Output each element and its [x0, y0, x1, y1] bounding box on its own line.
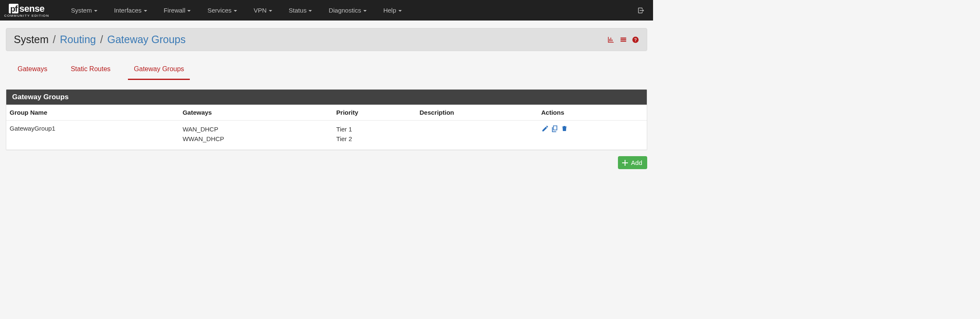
panel-gateway-groups: Gateway Groups Group Name Gateways Prior…	[6, 89, 647, 150]
plus-icon	[622, 160, 628, 166]
col-description: Description	[416, 105, 538, 121]
page-header: System / Routing / Gateway Groups ?	[6, 28, 647, 51]
nav-vpn[interactable]: VPN	[245, 1, 281, 20]
col-group-name: Group Name	[6, 105, 179, 121]
nav-label: Firewall	[164, 7, 186, 14]
nav-label: Interfaces	[114, 7, 142, 14]
breadcrumb-sep: /	[53, 33, 56, 46]
chevron-down-icon	[94, 10, 97, 12]
nav-diagnostics[interactable]: Diagnostics	[320, 1, 375, 20]
nav-items: System Interfaces Firewall Services VPN …	[57, 1, 634, 20]
col-gateways: Gateways	[179, 105, 333, 121]
col-priority: Priority	[333, 105, 416, 121]
header-actions: ?	[607, 36, 639, 44]
nav-label: Help	[383, 7, 396, 14]
copy-icon[interactable]	[551, 125, 559, 133]
brand-pf: pf	[9, 4, 18, 13]
chevron-down-icon	[363, 10, 367, 12]
chevron-down-icon	[309, 10, 312, 12]
tab-static-routes[interactable]: Static Routes	[65, 62, 116, 80]
nav-label: Services	[207, 7, 232, 14]
cell-priority: Tier 1 Tier 2	[333, 121, 416, 150]
nav-interfaces[interactable]: Interfaces	[106, 1, 156, 20]
cell-group-name: GatewayGroup1	[6, 121, 179, 150]
tab-gateway-groups[interactable]: Gateway Groups	[128, 62, 190, 80]
logout-button[interactable]	[634, 3, 648, 18]
col-actions: Actions	[538, 105, 647, 121]
crumb-gateway-groups[interactable]: Gateway Groups	[107, 33, 186, 46]
add-button[interactable]: Add	[618, 156, 647, 169]
page-container: System / Routing / Gateway Groups ? Gate…	[0, 21, 653, 173]
stats-icon[interactable]	[607, 36, 615, 44]
nav-label: VPN	[254, 7, 267, 14]
cell-gateways: WAN_DHCP WWAN_DHCP	[179, 121, 333, 150]
brand-tagline: COMMUNITY EDITION	[4, 14, 49, 18]
table-row: GatewayGroup1 WAN_DHCP WWAN_DHCP Tier 1 …	[6, 121, 647, 150]
brand-sense: sense	[19, 4, 44, 13]
panel-title: Gateway Groups	[6, 90, 647, 105]
trash-icon[interactable]	[561, 125, 568, 133]
gateway-entry: WWAN_DHCP	[183, 134, 330, 144]
gateway-entry: WAN_DHCP	[183, 125, 330, 134]
logout-icon	[637, 7, 645, 14]
breadcrumb: System / Routing / Gateway Groups	[14, 33, 186, 46]
chevron-down-icon	[398, 10, 402, 12]
cell-actions	[538, 121, 647, 150]
top-navbar: pf sense COMMUNITY EDITION System Interf…	[0, 0, 653, 21]
chevron-down-icon	[144, 10, 147, 12]
breadcrumb-sep: /	[100, 33, 103, 46]
help-icon[interactable]: ?	[632, 36, 639, 44]
add-label: Add	[631, 159, 642, 166]
brand-logo[interactable]: pf sense COMMUNITY EDITION	[0, 2, 57, 18]
tab-gateways[interactable]: Gateways	[12, 62, 53, 80]
nav-label: Status	[289, 7, 307, 14]
cell-description	[416, 121, 538, 150]
nav-help[interactable]: Help	[375, 1, 410, 20]
log-icon[interactable]	[619, 36, 628, 44]
nav-system[interactable]: System	[63, 1, 106, 20]
svg-text:?: ?	[634, 37, 637, 42]
priority-entry: Tier 1	[336, 125, 413, 134]
priority-entry: Tier 2	[336, 134, 413, 144]
nav-label: System	[71, 7, 92, 14]
nav-firewall[interactable]: Firewall	[156, 1, 199, 20]
chevron-down-icon	[234, 10, 237, 12]
tabs: Gateways Static Routes Gateway Groups	[6, 51, 647, 80]
gateway-groups-table: Group Name Gateways Priority Description…	[6, 105, 647, 150]
nav-label: Diagnostics	[329, 7, 361, 14]
chevron-down-icon	[187, 10, 191, 12]
edit-icon[interactable]	[541, 125, 549, 133]
crumb-root: System	[14, 33, 48, 46]
chevron-down-icon	[269, 10, 272, 12]
nav-status[interactable]: Status	[281, 1, 321, 20]
add-button-row: Add	[6, 156, 647, 169]
crumb-routing[interactable]: Routing	[60, 33, 96, 46]
nav-services[interactable]: Services	[199, 1, 245, 20]
